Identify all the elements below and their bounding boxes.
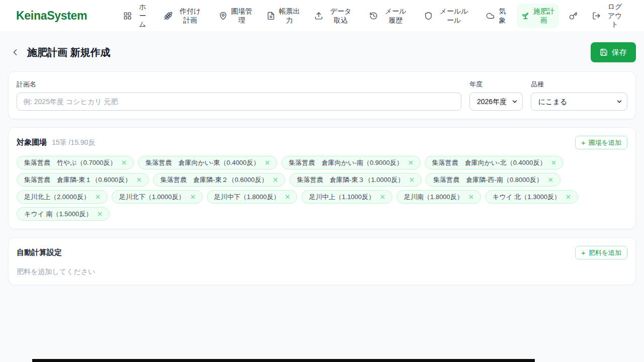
- field-tag-label: キウイ 南（1.5000反）: [24, 210, 92, 219]
- variety-label: 品種: [531, 80, 627, 89]
- field-tag-label: 足川中上（1.1000反）: [309, 193, 375, 202]
- close-icon[interactable]: [95, 194, 101, 200]
- nav-item-key[interactable]: [565, 8, 582, 24]
- add-field-button[interactable]: + 圃場を追加: [575, 136, 627, 149]
- field-tag: 集落営農 倉庫向かい-東（0.4000反）: [138, 156, 277, 169]
- field-tag-label: 足川南（1.8000反）: [404, 193, 463, 202]
- close-icon[interactable]: [379, 194, 386, 200]
- key-icon: [569, 12, 578, 20]
- close-icon[interactable]: [190, 194, 196, 200]
- nav-item-logout[interactable]: ログアウト: [588, 0, 630, 33]
- auto-calc-card: 自動計算設定 + 肥料を追加 肥料を追加してください: [8, 237, 636, 285]
- close-icon[interactable]: [121, 159, 127, 166]
- auto-calc-title: 自動計算設定: [17, 248, 62, 257]
- close-icon[interactable]: [272, 176, 279, 183]
- field-tag-label: 足川中下（1.8000反）: [214, 193, 280, 202]
- field-tag-label: 集落営農 倉庫隣-東１（0.6000反）: [24, 175, 131, 185]
- close-icon[interactable]: [409, 176, 415, 183]
- field-tag-list: 集落営農 竹やぶ（0.7000反） 集落営農 倉庫向かい-東（0.4000反） …: [17, 156, 627, 221]
- brand-logo[interactable]: KeinaSystem: [16, 9, 87, 23]
- nav-item-label: メール履歴: [381, 7, 410, 25]
- field-tag-label: 集落営農 倉庫向かい-東（0.4000反）: [145, 158, 260, 167]
- close-icon[interactable]: [550, 159, 557, 166]
- add-fertilizer-button-label: 肥料を追加: [589, 248, 621, 257]
- auto-calc-empty-text: 肥料を追加してください: [17, 267, 627, 277]
- save-button[interactable]: 保存: [591, 42, 636, 62]
- chevron-left-icon: [10, 47, 20, 57]
- field-tag: 集落営農 竹やぶ（0.7000反）: [17, 156, 134, 169]
- nav-item-label: 作付け計画: [176, 7, 204, 25]
- field-tag: キウイ 南（1.5000反）: [17, 207, 110, 221]
- close-icon[interactable]: [284, 194, 291, 200]
- close-icon[interactable]: [468, 194, 474, 200]
- save-icon: [600, 48, 608, 56]
- close-icon[interactable]: [97, 211, 103, 217]
- history-icon: [369, 12, 378, 20]
- nav-item-planting-plan[interactable]: 作付け計画: [159, 4, 209, 28]
- field-tag-label: 集落営農 倉庫向かい-南（0.9000反）: [289, 158, 403, 167]
- field-tag-label: キウイ 北（1.3000反）: [493, 193, 560, 202]
- nav-item-mail-history[interactable]: メール履歴: [365, 4, 414, 28]
- page-title: 施肥計画 新規作成: [27, 46, 111, 59]
- main-content: 施肥計画 新規作成 保存 計画名 年度 2026年度: [0, 42, 644, 285]
- save-button-label: 保存: [612, 48, 627, 57]
- field-tag: 集落営農 倉庫向かい-南（0.9000反）: [281, 156, 421, 169]
- field-tag-label: 集落営農 倉庫隣-西-南（0.8000反）: [433, 175, 542, 185]
- logout-icon: [592, 12, 601, 20]
- add-fertilizer-button[interactable]: + 肥料を追加: [575, 246, 627, 259]
- nav-item-field-management[interactable]: 圃場管理: [214, 4, 257, 28]
- nav-item-label: 気象: [498, 7, 507, 25]
- plan-name-group: 計画名: [17, 80, 461, 111]
- upload-icon: [314, 12, 323, 20]
- target-fields-title: 対象圃場: [17, 138, 47, 147]
- field-tag: 足川中下（1.8000反）: [207, 190, 298, 204]
- nav-item-fertilization-plan[interactable]: 施肥計画: [517, 4, 559, 28]
- nav-item-label: 施肥計画: [533, 7, 554, 25]
- plan-name-input[interactable]: [17, 93, 461, 111]
- year-label: 年度: [469, 80, 523, 89]
- shield-icon: [424, 12, 433, 20]
- nav-item-label: メールルール: [436, 7, 471, 25]
- bottom-bar: [32, 359, 535, 362]
- nav-item-weather[interactable]: 気象: [481, 4, 511, 28]
- nav-item-data-import[interactable]: データ取込: [310, 4, 359, 28]
- field-tag: 足川北下（1.0000反）: [112, 190, 203, 204]
- close-icon[interactable]: [264, 159, 271, 166]
- field-tag-label: 集落営農 倉庫隣-東２（0.6000反）: [160, 175, 268, 185]
- target-fields-count: 15筆 /15.90反: [52, 138, 95, 147]
- sprout-icon: [521, 12, 530, 20]
- field-tag-label: 集落営農 竹やぶ（0.7000反）: [24, 158, 116, 167]
- target-fields-card: 対象圃場 15筆 /15.90反 + 圃場を追加 集落営農 竹やぶ（0.7000…: [8, 127, 636, 229]
- nav-item-report-output[interactable]: 帳票出力: [262, 4, 304, 28]
- close-icon[interactable]: [565, 194, 572, 200]
- variety-group: 品種 にこまる: [531, 80, 627, 111]
- nav-item-mail-rules[interactable]: メールルール: [420, 4, 476, 28]
- nav-item-label: 帳票出力: [279, 7, 300, 25]
- close-icon[interactable]: [136, 176, 142, 183]
- year-group: 年度 2026年度: [469, 80, 523, 111]
- nav-item-home[interactable]: ホーム: [119, 0, 154, 33]
- back-button[interactable]: [8, 45, 22, 59]
- map-pin-icon: [219, 12, 227, 20]
- nav-item-label: 圃場管理: [231, 7, 252, 25]
- nav-item-label: ログアウト: [604, 3, 625, 29]
- nav-item-label: ホーム: [135, 3, 149, 29]
- grid-icon: [123, 12, 132, 20]
- close-icon[interactable]: [408, 159, 414, 166]
- plan-name-label: 計画名: [17, 80, 461, 89]
- year-select[interactable]: 2026年度: [469, 93, 523, 111]
- field-tag: 集落営農 倉庫向かい-北（0.4000反）: [425, 156, 564, 169]
- field-tag-label: 足川北上（2.0000反）: [24, 193, 90, 202]
- field-tag: 集落営農 倉庫隣-東１（0.6000反）: [17, 173, 149, 187]
- field-tag-label: 集落営農 倉庫向かい-北（0.4000反）: [432, 158, 546, 167]
- add-field-button-label: 圃場を追加: [589, 138, 621, 147]
- variety-select[interactable]: にこまる: [531, 93, 627, 111]
- plus-icon: +: [581, 139, 586, 146]
- field-tag: 集落営農 倉庫隣-東２（0.6000反）: [153, 173, 285, 187]
- cloud-icon: [486, 12, 495, 20]
- field-tag: 集落営農 倉庫隣-西-南（0.8000反）: [426, 173, 560, 187]
- close-icon[interactable]: [547, 176, 554, 183]
- nav-item-label: データ取込: [327, 7, 355, 25]
- plan-meta-card: 計画名 年度 2026年度 品種 にこまる: [8, 71, 636, 119]
- page-header: 施肥計画 新規作成 保存: [8, 42, 636, 62]
